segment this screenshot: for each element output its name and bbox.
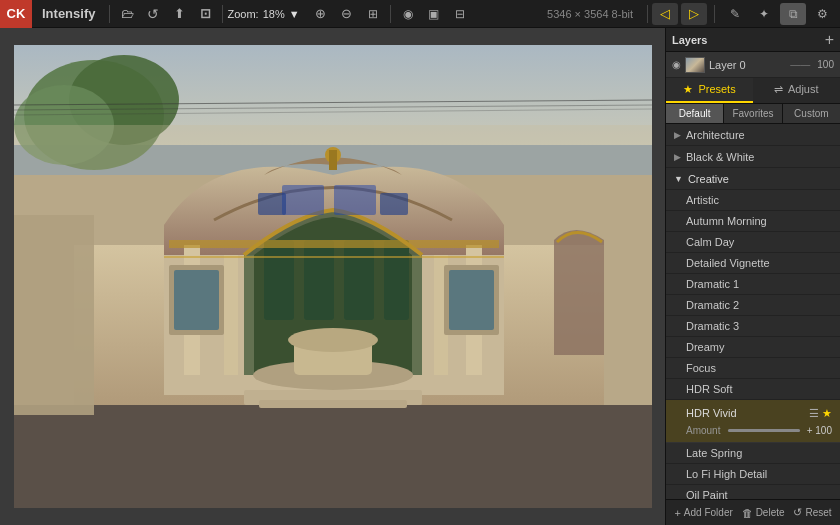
layers-button[interactable]: ⧉ [780,3,806,25]
filter-tab-default[interactable]: Default [666,104,724,123]
svg-rect-32 [169,240,499,248]
right-tools: ◁ ▷ ✎ ✦ ⧉ ⚙ [652,3,835,25]
app-title: Intensify [42,6,95,21]
canvas-area[interactable] [0,28,665,525]
preset-hdr-vivid[interactable]: HDR Vivid ☰ ★ Amount + 100 [666,400,840,443]
layers-title: Layers [672,34,825,46]
divider-1 [109,5,110,23]
layer-opacity: 100 [817,59,834,70]
divider-4 [647,5,648,23]
fit-button[interactable]: ⊞ [360,3,386,25]
paint-button[interactable]: ✎ [722,3,748,25]
preset-focus[interactable]: Focus [666,358,840,379]
divider-3 [390,5,391,23]
preset-hdr-soft[interactable]: HDR Soft [666,379,840,400]
adjust-sliders-icon: ⇌ [774,83,783,95]
category-architecture[interactable]: ▶ Architecture [666,124,840,146]
grid-button[interactable]: ⊟ [447,3,473,25]
forward-button[interactable]: ▷ [681,3,707,25]
svg-rect-38 [258,193,286,215]
zoom-label: Zoom: [227,8,258,20]
delete-label: Delete [756,507,785,518]
zoom-out-button[interactable]: ⊖ [334,3,360,25]
zoom-dropdown-icon[interactable]: ▼ [289,8,300,20]
wand-button[interactable]: ✦ [751,3,777,25]
filter-tab-custom[interactable]: Custom [783,104,840,123]
before-after-button[interactable]: ◉ [395,3,421,25]
crop-button[interactable]: ⊡ [192,3,218,25]
preset-dreamy[interactable]: Dreamy [666,337,840,358]
svg-rect-14 [344,240,374,320]
hdr-vivid-icons: ☰ ★ [809,407,832,420]
preset-dramatic-1[interactable]: Dramatic 1 [666,274,840,295]
image-info: 5346 × 3564 8-bit [547,8,633,20]
preset-lo-fi-high-detail[interactable]: Lo Fi High Detail [666,464,840,485]
delete-icon: 🗑 [742,507,753,519]
svg-rect-39 [380,193,408,215]
add-folder-label: Add Folder [684,507,733,518]
amount-slider-fill [728,429,800,432]
svg-rect-12 [264,240,294,320]
svg-rect-30 [259,400,407,408]
zoom-in-button[interactable]: ⊕ [308,3,334,25]
svg-rect-27 [14,405,652,508]
add-folder-button[interactable]: + Add Folder [670,505,736,521]
svg-rect-25 [174,270,219,330]
reset-button[interactable]: ↺ Reset [789,504,835,521]
svg-point-22 [288,328,378,352]
zoom-value: 18% [263,8,285,20]
category-arrow-creative: ▼ [674,174,683,184]
settings-button[interactable]: ⚙ [809,3,835,25]
category-arrow-bw: ▶ [674,152,681,162]
rotate-left-button[interactable]: ↺ [140,3,166,25]
zoom-controls: Zoom: 18% ▼ [227,8,299,20]
svg-rect-31 [14,215,94,415]
panel-bottom: + Add Folder 🗑 Delete ↺ Reset [666,499,840,525]
image-canvas [14,45,652,508]
preset-detailed-vignette[interactable]: Detailed Vignette [666,253,840,274]
amount-row: Amount + 100 [686,423,832,439]
toolbar: CK Intensify 🗁 ↺ ⬆ ⊡ Zoom: 18% ▼ ⊕ ⊖ ⊞ ◉… [0,0,840,28]
category-black-white[interactable]: ▶ Black & White [666,146,840,168]
layer-visibility-icon[interactable]: ◉ [672,59,681,70]
layer-name: Layer 0 [709,59,786,71]
category-creative[interactable]: ▼ Creative [666,168,840,190]
reset-label: Reset [805,507,831,518]
category-label-creative: Creative [688,173,729,185]
filter-tab-favorites[interactable]: Favorites [724,104,782,123]
add-layer-button[interactable]: + [825,31,834,49]
tab-adjust[interactable]: ⇌ Adjust [753,78,840,103]
tab-presets[interactable]: ★ Presets [666,78,753,103]
category-label-architecture: Architecture [686,129,745,141]
category-arrow-architecture: ▶ [674,130,681,140]
main-area: Layers + ◉ Layer 0 —— 100 ★ Presets ⇌ Ad… [0,28,840,525]
hdr-vivid-star-icon[interactable]: ★ [822,407,832,420]
layer-item[interactable]: ◉ Layer 0 —— 100 [666,52,840,78]
back-button[interactable]: ◁ [652,3,678,25]
svg-rect-13 [304,240,334,320]
amount-label: Amount [686,425,724,436]
amount-value: + 100 [804,425,832,436]
svg-rect-36 [282,185,324,215]
amount-slider[interactable] [728,429,800,432]
preset-calm-day[interactable]: Calm Day [666,232,840,253]
divider-2 [222,5,223,23]
delete-button[interactable]: 🗑 Delete [738,505,789,521]
preset-dramatic-3[interactable]: Dramatic 3 [666,316,840,337]
right-panel: Layers + ◉ Layer 0 —— 100 ★ Presets ⇌ Ad… [665,28,840,525]
preset-dramatic-2[interactable]: Dramatic 2 [666,295,840,316]
layers-header: Layers + [666,28,840,52]
hdr-vivid-menu-icon[interactable]: ☰ [809,407,819,420]
preset-oil-paint[interactable]: Oil Paint [666,485,840,499]
panel-tabs: ★ Presets ⇌ Adjust [666,78,840,104]
preset-autumn-morning[interactable]: Autumn Morning [666,211,840,232]
svg-rect-37 [334,185,376,215]
open-folder-button[interactable]: 🗁 [114,3,140,25]
preset-artistic[interactable]: Artistic [666,190,840,211]
compare-button[interactable]: ▣ [421,3,447,25]
svg-rect-34 [329,150,337,170]
hdr-vivid-header: HDR Vivid ☰ ★ [686,403,832,423]
share-button[interactable]: ⬆ [166,3,192,25]
layer-thumbnail [685,57,705,73]
preset-late-spring[interactable]: Late Spring [666,443,840,464]
